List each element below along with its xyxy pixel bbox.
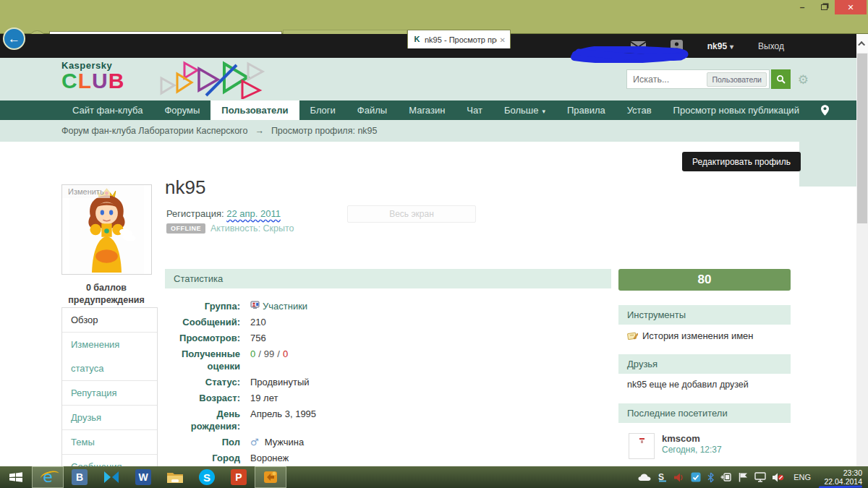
search-box[interactable]: Пользователи (626, 69, 770, 89)
stat-value: Апрель 3, 1995 (250, 408, 316, 432)
location-pin-icon[interactable] (810, 100, 840, 120)
stat-value-ratings: 0 / 99 / 0 (250, 348, 288, 372)
site-header: Kaspersky CLUB Пользователи (0, 58, 856, 100)
menu-messages[interactable]: Сообщения (62, 454, 157, 466)
nav-shop[interactable]: Магазин (398, 100, 456, 120)
menu-status-updates[interactable]: Изменения статуса (62, 332, 157, 380)
menu-reputation[interactable]: Репутация (62, 380, 157, 405)
taskbar-vk-icon[interactable]: B (64, 466, 95, 488)
taskbar-clock[interactable]: 23:30 22.04.2014 (820, 468, 862, 486)
friends-title: Друзья (618, 354, 791, 374)
breadcrumb-root[interactable]: Форум фан-клуба Лаборатории Касперского (61, 126, 247, 136)
nav-users[interactable]: Пользователи (210, 100, 299, 120)
logout-link[interactable]: Выход (758, 41, 784, 51)
stat-value: 19 лет (250, 392, 278, 404)
nav-rules[interactable]: Правила (556, 100, 616, 120)
taskbar-media-app-icon[interactable] (95, 466, 127, 488)
nav-site[interactable]: Сайт фан-клуба (61, 100, 153, 120)
group-icon (250, 300, 260, 309)
pencil-card-icon (627, 331, 638, 341)
search-submit-button[interactable] (771, 69, 791, 89)
nav-blogs[interactable]: Блоги (299, 100, 346, 120)
stat-label: Группа: (165, 300, 240, 312)
menu-friends[interactable]: Друзья (62, 405, 157, 429)
logo-triangles-art (156, 59, 268, 99)
menu-overview[interactable]: Обзор (62, 308, 157, 332)
scrollbar-up-arrow[interactable] (856, 34, 868, 53)
tab-close-icon[interactable] (497, 35, 506, 44)
registration-line: Регистрация: 22 апр. 2011 (166, 208, 281, 219)
stats-panel: Статистика Группа: Участники Сообщений:2… (165, 269, 611, 466)
search-scope-button[interactable]: Пользователи (707, 72, 767, 87)
skype-tray-icon[interactable]: S (658, 472, 668, 482)
offline-badge: OFFLINE (166, 223, 205, 234)
search-input[interactable] (627, 74, 707, 85)
blue-scribble-line (819, 485, 862, 488)
minimize-button[interactable] (791, 0, 813, 14)
header-gear-icon[interactable] (798, 72, 809, 87)
action-center-flag-icon[interactable] (739, 472, 748, 482)
visitor-name[interactable]: kmscom (662, 433, 722, 445)
blue-scribble (569, 46, 690, 63)
taskbar-ie-icon[interactable]: e (32, 466, 64, 488)
stat-value: Продвинутый (250, 376, 310, 388)
network-display-icon[interactable] (754, 472, 766, 482)
power-plug-icon[interactable] (720, 472, 732, 482)
site-logo[interactable]: Kaspersky CLUB (61, 60, 124, 91)
nav-files[interactable]: Файлы (346, 100, 398, 120)
volume-loud-icon[interactable] (674, 473, 684, 482)
stat-value[interactable]: Участники (263, 300, 307, 312)
scrollbar-thumb[interactable] (857, 53, 867, 223)
visitor-time: Сегодня, 12:37 (662, 445, 722, 455)
stat-label: Сообщений: (165, 316, 240, 328)
taskbar: e B W S P S ENG 23:30 22.04.2014 (0, 466, 868, 488)
maximize-button[interactable] (813, 0, 835, 14)
bluetooth-icon[interactable] (707, 472, 714, 483)
windows-logo-icon (9, 471, 23, 483)
stat-label: Возраст: (165, 392, 240, 404)
taskbar-orange-app-icon[interactable] (255, 466, 286, 488)
stat-value: Воронеж (250, 452, 289, 464)
change-avatar-overlay[interactable]: Изменить (62, 185, 110, 198)
main-navigation: Сайт фан-клуба Форумы Пользователи Блоги… (0, 100, 856, 120)
tab-active[interactable]: K nk95 - Просмотр профиля... (407, 30, 511, 48)
close-button[interactable] (835, 0, 867, 14)
antivirus-icon[interactable] (691, 472, 701, 482)
profile-username: nk95 (165, 176, 205, 199)
visitor-row: kmscom Сегодня, 12:37 (627, 429, 782, 463)
volume-muted-icon[interactable] (773, 473, 784, 482)
taskbar-powerpoint-icon[interactable]: P (223, 466, 255, 488)
tab-title: nk95 - Просмотр профиля... (425, 35, 497, 44)
language-indicator[interactable]: ENG (793, 473, 811, 481)
nav-new-posts[interactable]: Просмотр новых публикаций (663, 100, 810, 120)
back-button[interactable]: ← (3, 27, 25, 50)
start-button[interactable] (0, 466, 32, 488)
tab-favicon-icon: K (412, 35, 422, 44)
nav-charter[interactable]: Устав (616, 100, 663, 120)
stat-value: 756 (250, 332, 266, 344)
nav-chat[interactable]: Чат (456, 100, 493, 120)
visitor-avatar[interactable] (629, 433, 655, 459)
onedrive-cloud-icon[interactable] (638, 473, 651, 481)
visitors-panel: Последние посетители kmscom Сегодня, 12:… (618, 403, 791, 466)
page-scrollbar[interactable] (856, 34, 868, 466)
profile-content: Редактировать профиль (0, 142, 856, 466)
taskbar-word-icon[interactable]: W (127, 466, 159, 488)
nav-more[interactable]: Больше (493, 100, 556, 120)
username-menu[interactable]: nk95 (707, 41, 733, 51)
taskbar-explorer-icon[interactable] (159, 466, 191, 488)
menu-topics[interactable]: Темы (62, 429, 157, 454)
breadcrumb-current: Просмотр профиля: nk95 (271, 126, 378, 136)
taskbar-skype-icon[interactable]: S (191, 466, 223, 488)
name-history-link[interactable]: История изменения имен (618, 325, 791, 347)
fullscreen-button[interactable]: Весь экран (347, 205, 476, 223)
stat-value: 210 (250, 316, 266, 328)
decor-mint-block (799, 142, 856, 187)
tools-title: Инструменты (618, 305, 791, 325)
nav-forums[interactable]: Форумы (153, 100, 210, 120)
stat-label: День рождения: (165, 408, 240, 432)
page-viewport: nk95 Выход Kaspersky CLUB Пользователи С… (0, 34, 856, 466)
visitors-title: Последние посетители (618, 403, 791, 423)
stat-label: Просмотров: (165, 332, 240, 344)
avatar[interactable]: Изменить (61, 184, 152, 275)
